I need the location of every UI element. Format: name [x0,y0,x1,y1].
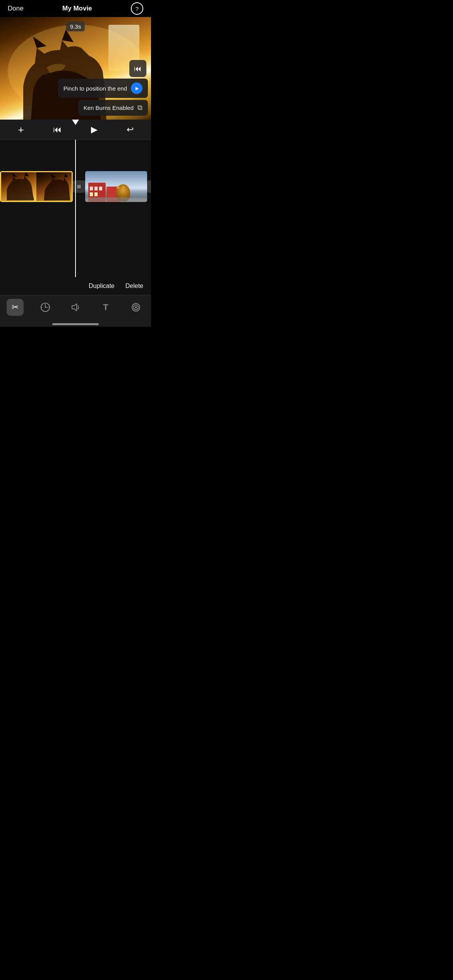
play-icon: ▶ [91,125,98,135]
timeline-area[interactable]: ⊠ ⊠ [0,140,151,277]
scissors-button[interactable]: ✂ [7,299,24,316]
clip-building-thumb [85,171,147,202]
duplicate-delete-row: Duplicate Delete [0,277,151,295]
duplicate-button[interactable]: Duplicate [89,283,115,290]
movie-title: My Movie [62,5,92,12]
play-forward-button[interactable]: ▶ [131,82,142,94]
speed-icon [40,302,50,312]
add-icon: + [18,125,24,135]
title-button[interactable]: T [97,299,114,316]
video-preview: 9.3s ⏮ Pinch to position the end ▶ Ken B… [0,17,151,120]
volume-icon [70,302,81,312]
undo-button[interactable]: ↩ [123,123,137,137]
ken-burns-toast: Ken Burns Enabled ⧉ [78,100,148,116]
skip-back-button[interactable]: ⏮ [129,60,146,77]
clip-cat-selected[interactable] [0,171,73,202]
filter-icon [131,302,141,312]
skip-to-start-button[interactable]: ⏮ [50,123,64,137]
filter-button[interactable] [127,299,144,316]
add-media-button[interactable]: + [14,123,28,137]
ken-burns-icon: ⧉ [137,104,142,112]
delete-button[interactable]: Delete [125,283,143,290]
ken-burns-text: Ken Burns Enabled [84,105,134,111]
play-button[interactable]: ▶ [87,123,101,137]
transition-icon-1[interactable]: ⊠ [73,180,85,193]
clip-thumb-2 [36,172,72,201]
skip-start-icon: ⏮ [53,125,62,135]
transition-arrows-1: ⊠ [77,184,81,189]
undo-icon: ↩ [127,125,134,135]
play-forward-icon: ▶ [136,86,139,91]
volume-button[interactable] [67,299,84,316]
done-button[interactable]: Done [8,5,24,12]
skip-back-icon: ⏮ [134,64,142,73]
home-indicator [52,323,99,325]
toolbar: + ⏮ ▶ ↩ [0,120,151,140]
clip-thumb-1 [1,172,36,201]
title-icon: T [103,302,108,312]
pinch-toast: Pinch to position the end ▶ [58,79,148,98]
playhead-line [75,140,76,277]
bottom-toolbar: ✂ T [0,295,151,327]
transition-icon-2[interactable]: ⊠ [147,180,151,193]
time-badge: 9.3s [66,22,85,31]
pinch-toast-text: Pinch to position the end [63,85,127,92]
svg-point-9 [135,306,137,308]
help-button[interactable]: ? [131,2,143,15]
scissors-icon: ✂ [12,302,19,312]
clip-building[interactable] [85,171,147,202]
svg-marker-6 [72,304,77,311]
speed-button[interactable] [37,299,54,316]
playhead-triangle [72,120,79,125]
